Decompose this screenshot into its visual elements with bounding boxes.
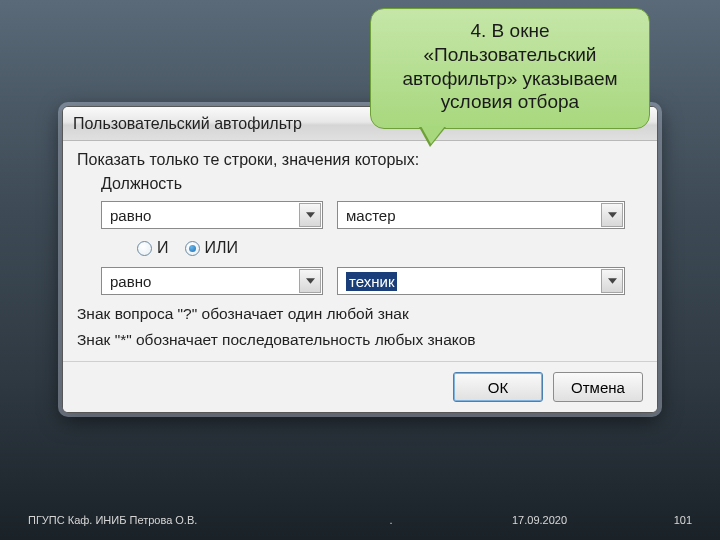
custom-autofilter-dialog: Пользовательский автофильтр Показать тол… xyxy=(62,106,658,413)
logic-radio-group: И ИЛИ xyxy=(137,239,643,257)
value-combo-1[interactable]: мастер xyxy=(337,201,625,229)
value-1: мастер xyxy=(346,207,396,224)
radio-or[interactable]: ИЛИ xyxy=(185,239,239,257)
cancel-label: Отмена xyxy=(571,379,625,396)
criteria-row-1: равно мастер xyxy=(101,201,643,229)
dialog-footer: ОК Отмена xyxy=(63,361,657,412)
operator-value-2: равно xyxy=(110,273,151,290)
slide-mid: . xyxy=(270,514,512,526)
radio-and[interactable]: И xyxy=(137,239,169,257)
radio-icon xyxy=(137,241,152,256)
chevron-down-icon[interactable] xyxy=(299,203,321,227)
chevron-down-icon[interactable] xyxy=(601,269,623,293)
radio-icon xyxy=(185,241,200,256)
operator-combo-2[interactable]: равно xyxy=(101,267,323,295)
hint-asterisk: Знак "*" обозначает последовательность л… xyxy=(77,331,643,349)
callout-text: 4. В окне «Пользовательский автофильтр» … xyxy=(402,20,617,112)
ok-button[interactable]: ОК xyxy=(453,372,543,402)
column-label: Должность xyxy=(101,175,643,193)
radio-or-label: ИЛИ xyxy=(205,239,239,257)
ok-label: ОК xyxy=(488,379,508,396)
slide-page: 101 xyxy=(652,514,692,526)
value-2: техник xyxy=(346,272,397,291)
slide-author: ПГУПС Каф. ИНИБ Петрова О.В. xyxy=(28,514,270,526)
criteria-row-2: равно техник xyxy=(101,267,643,295)
instruction-text: Показать только те строки, значения кото… xyxy=(77,151,643,169)
operator-combo-1[interactable]: равно xyxy=(101,201,323,229)
chevron-down-icon[interactable] xyxy=(601,203,623,227)
cancel-button[interactable]: Отмена xyxy=(553,372,643,402)
slide-footer: ПГУПС Каф. ИНИБ Петрова О.В. . 17.09.202… xyxy=(0,514,720,526)
radio-and-label: И xyxy=(157,239,169,257)
operator-value-1: равно xyxy=(110,207,151,224)
dialog-body: Показать только те строки, значения кото… xyxy=(63,141,657,361)
hint-question-mark: Знак вопроса "?" обозначает один любой з… xyxy=(77,305,643,323)
slide-date: 17.09.2020 xyxy=(512,514,652,526)
chevron-down-icon[interactable] xyxy=(299,269,321,293)
dialog-title: Пользовательский автофильтр xyxy=(73,115,302,133)
value-combo-2[interactable]: техник xyxy=(337,267,625,295)
tutorial-callout: 4. В окне «Пользовательский автофильтр» … xyxy=(370,8,650,129)
